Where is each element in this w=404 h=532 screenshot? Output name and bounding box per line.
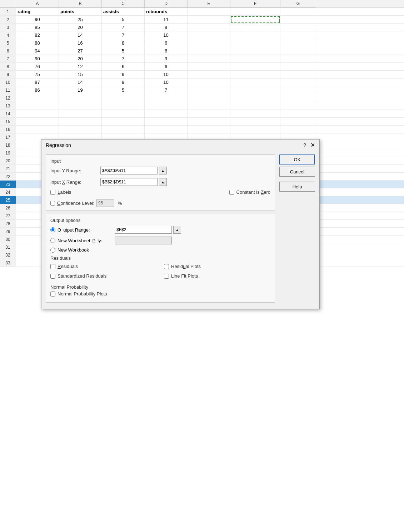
cell-c11[interactable]: 5 — [102, 86, 145, 94]
cell-g10[interactable] — [280, 78, 316, 86]
col-header-d[interactable]: D — [145, 0, 188, 7]
table-row[interactable]: 4 82 14 7 10 — [0, 31, 404, 39]
cell-g5[interactable] — [280, 39, 316, 47]
cell-c1[interactable]: assists — [102, 8, 145, 15]
input-x-range-field[interactable] — [100, 178, 158, 186]
cell-e8[interactable] — [188, 63, 230, 70]
cell-a9[interactable]: 75 — [16, 71, 59, 78]
cell-a4[interactable]: 82 — [16, 31, 59, 39]
cell-b8[interactable]: 12 — [59, 63, 102, 70]
cell-b7[interactable]: 20 — [59, 55, 102, 62]
cell-a2[interactable]: 90 — [16, 16, 59, 23]
cell-f4[interactable] — [230, 31, 280, 39]
cell-b6[interactable]: 27 — [59, 47, 102, 55]
labels-label[interactable]: Labels — [58, 189, 71, 195]
cell-f5[interactable] — [230, 39, 280, 47]
cell-b2[interactable]: 25 — [59, 16, 102, 23]
cell-c4[interactable]: 7 — [102, 31, 145, 39]
col-header-c[interactable]: C — [102, 0, 145, 7]
labels-checkbox[interactable] — [50, 190, 55, 195]
ok-button[interactable]: OK — [279, 154, 315, 164]
dialog-close-button[interactable]: ✕ — [310, 142, 315, 148]
cell-a5[interactable]: 88 — [16, 39, 59, 47]
table-row[interactable]: 6 94 27 5 6 — [0, 47, 404, 55]
cell-d3[interactable]: 8 — [145, 24, 188, 31]
cell-b3[interactable]: 20 — [59, 24, 102, 31]
table-row[interactable]: 11 86 19 5 7 — [0, 86, 404, 94]
cell-f2[interactable] — [230, 16, 280, 23]
standardized-residuals-label[interactable]: Standardized Residuals — [58, 273, 106, 279]
output-range-radio-label[interactable]: Output Range: — [50, 227, 115, 233]
table-row[interactable]: 1 rating points assists rebounds — [0, 8, 404, 16]
cell-g1[interactable] — [280, 8, 316, 15]
cell-a12[interactable] — [16, 94, 59, 102]
standardized-residuals-checkbox[interactable] — [50, 274, 55, 279]
help-button[interactable]: Help — [279, 182, 315, 192]
cell-g3[interactable] — [280, 24, 316, 31]
table-row[interactable]: 14 — [0, 110, 404, 118]
cell-f10[interactable] — [230, 78, 280, 86]
cell-d11[interactable]: 7 — [145, 86, 188, 94]
new-workbook-radio-label[interactable]: New Workbook — [50, 247, 115, 253]
cell-b9[interactable]: 15 — [59, 71, 102, 78]
new-workbook-radio[interactable] — [50, 248, 55, 253]
new-worksheet-radio-label[interactable]: New Worksheet Ply: — [50, 238, 115, 243]
cell-b5[interactable]: 16 — [59, 39, 102, 47]
cell-c3[interactable]: 7 — [102, 24, 145, 31]
col-header-b[interactable]: B — [59, 0, 102, 7]
cell-a8[interactable]: 76 — [16, 63, 59, 70]
cell-d8[interactable]: 6 — [145, 63, 188, 70]
cell-d2[interactable]: 11 — [145, 16, 188, 23]
cell-e10[interactable] — [188, 78, 230, 86]
cell-c7[interactable]: 7 — [102, 55, 145, 62]
input-y-range-collapse-button[interactable]: ▲ — [159, 167, 167, 174]
cell-f1[interactable] — [230, 8, 280, 15]
table-row[interactable]: 3 85 20 7 8 — [0, 24, 404, 31]
table-row[interactable]: 12 — [0, 94, 404, 102]
cell-b11[interactable]: 19 — [59, 86, 102, 94]
cell-c9[interactable]: 9 — [102, 71, 145, 78]
output-range-field[interactable] — [115, 226, 172, 234]
cell-c5[interactable]: 8 — [102, 39, 145, 47]
cell-c8[interactable]: 6 — [102, 63, 145, 70]
cell-a10[interactable]: 87 — [16, 78, 59, 86]
residuals-label[interactable]: Residuals — [58, 264, 78, 269]
cell-d7[interactable]: 9 — [145, 55, 188, 62]
table-row[interactable]: 13 — [0, 102, 404, 110]
table-row[interactable]: 16 — [0, 126, 404, 133]
cancel-button[interactable]: Cancel — [279, 167, 315, 177]
cell-f3[interactable] — [230, 24, 280, 31]
cell-e1[interactable] — [188, 8, 230, 15]
cell-f11[interactable] — [230, 86, 280, 94]
cell-g11[interactable] — [280, 86, 316, 94]
cell-g9[interactable] — [280, 71, 316, 78]
table-row[interactable]: 10 87 14 9 10 — [0, 78, 404, 86]
output-range-radio[interactable] — [50, 227, 55, 232]
cell-b4[interactable]: 14 — [59, 31, 102, 39]
cell-a6[interactable]: 94 — [16, 47, 59, 55]
normal-prob-plots-label[interactable]: Normal Probability Plots — [58, 291, 107, 297]
cell-a1[interactable]: rating — [16, 8, 59, 15]
constant-is-zero-label[interactable]: Constant is Zero — [236, 189, 270, 195]
cell-e9[interactable] — [188, 71, 230, 78]
col-header-a[interactable]: A — [16, 0, 59, 7]
normal-prob-plots-checkbox[interactable] — [50, 292, 55, 297]
residuals-checkbox[interactable] — [50, 264, 55, 269]
table-row[interactable]: 7 90 20 7 9 — [0, 55, 404, 63]
cell-c6[interactable]: 5 — [102, 47, 145, 55]
cell-f7[interactable] — [230, 55, 280, 62]
cell-d9[interactable]: 10 — [145, 71, 188, 78]
cell-f8[interactable] — [230, 63, 280, 70]
table-row[interactable]: 15 — [0, 118, 404, 126]
cell-e7[interactable] — [188, 55, 230, 62]
constant-is-zero-checkbox[interactable] — [229, 190, 234, 195]
cell-g8[interactable] — [280, 63, 316, 70]
cell-g4[interactable] — [280, 31, 316, 39]
table-row[interactable]: 8 76 12 6 6 — [0, 63, 404, 71]
cell-a7[interactable]: 90 — [16, 55, 59, 62]
input-x-range-collapse-button[interactable]: ▲ — [159, 178, 167, 186]
col-header-f[interactable]: F — [230, 0, 280, 7]
cell-d4[interactable]: 10 — [145, 31, 188, 39]
confidence-level-label[interactable]: Confidence Level: — [57, 201, 94, 206]
cell-g2[interactable] — [280, 16, 316, 23]
